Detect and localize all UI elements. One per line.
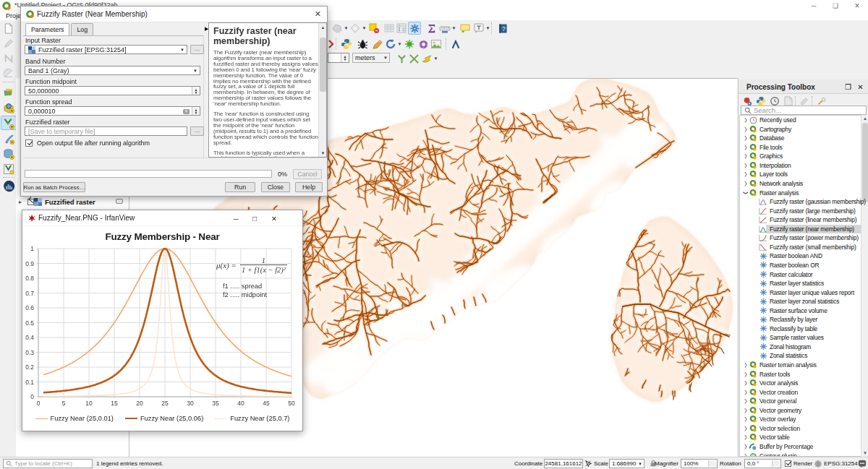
coordinate-input[interactable]: 24581,161612: [544, 459, 583, 468]
scale-combo[interactable]: 1:686990▼: [609, 459, 644, 468]
spin-buttons-icon[interactable]: ▲▼: [192, 87, 200, 95]
text-annotation-icon[interactable]: [472, 22, 485, 35]
help-icon[interactable]: ?: [496, 22, 509, 35]
render-checkbox[interactable]: [785, 460, 791, 467]
open-output-checkbox[interactable]: [25, 139, 33, 147]
help-scrollbar[interactable]: ▲ ▼: [318, 23, 326, 157]
locate-input[interactable]: Type to locate (Ctrl+K): [3, 459, 93, 468]
tree-item-vector-selection[interactable]: ❯Vector selection: [743, 424, 864, 433]
tracing-icon-dropdown-icon[interactable]: ▼: [433, 52, 438, 65]
spread-spinbox[interactable]: 0,000010 ✕ ▲▼: [25, 106, 200, 116]
tree-item-fuzzify-raster-gaussian-membership-[interactable]: Fuzzify raster (gaussian membership): [753, 197, 868, 206]
toolbox-search[interactable]: Search...: [741, 106, 867, 115]
tree-item-vector-overlay[interactable]: ❯Vector overlay: [743, 415, 864, 423]
close-icon[interactable]: ✕: [264, 210, 284, 226]
tree-item-zonal-histogram[interactable]: Zonal histogram: [753, 343, 868, 351]
tree-item-fuzzify-raster-near-membership-[interactable]: Fuzzify raster (near membership): [753, 225, 868, 233]
snapping-tolerance-spin[interactable]: ▲▼: [328, 53, 349, 63]
new-geopackage-icon[interactable]: [2, 101, 15, 114]
lambda-icon[interactable]: [449, 38, 462, 51]
tree-item-buffer-by-percentage[interactable]: ❯Buffer by Percentage: [743, 442, 864, 451]
expander-icon[interactable]: ❯: [743, 434, 749, 440]
minimize-icon[interactable]: ─: [226, 210, 246, 226]
select-features-icon[interactable]: [331, 22, 344, 35]
output-browse-button[interactable]: …: [190, 126, 204, 136]
rotation-spin[interactable]: 0,0 °: [744, 459, 781, 468]
tree-item-network-analysis[interactable]: ❯Network analysis: [743, 179, 864, 188]
refresh-icon-dropdown-icon[interactable]: ▼: [397, 38, 402, 51]
expander-icon[interactable]: ❯: [743, 153, 749, 159]
clear-value-icon[interactable]: ✕: [183, 109, 190, 114]
restore-button[interactable]: ❏: [825, 0, 846, 12]
expander-icon[interactable]: ❯: [743, 408, 749, 413]
tree-item-raster-layer-statistics[interactable]: Raster layer statistics: [753, 279, 868, 288]
scrollbar-thumb[interactable]: [862, 123, 868, 202]
snapping-self-icon[interactable]: [395, 52, 408, 65]
expander-icon[interactable]: ❯: [743, 181, 749, 186]
help-button[interactable]: Help: [295, 182, 323, 192]
run-as-batch-button[interactable]: Run as Batch Process…: [23, 182, 85, 192]
toolbox-float-button[interactable]: ❐: [843, 82, 853, 92]
spin-buttons-icon[interactable]: ▲▼: [192, 107, 200, 115]
scroll-up-icon[interactable]: ▲: [319, 23, 327, 31]
snapping-intersection-icon[interactable]: [407, 52, 420, 65]
expander-icon[interactable]: ❯: [743, 135, 749, 141]
debug-bug-icon[interactable]: [356, 38, 369, 51]
datasource-manager-icon[interactable]: [2, 85, 15, 98]
tree-item-fuzzify-raster-small-membership-[interactable]: Fuzzify raster (small membership): [753, 243, 868, 251]
deselect-icon[interactable]: [349, 22, 362, 35]
scrollbar-thumb[interactable]: [320, 38, 326, 92]
histogram-icon[interactable]: [2, 179, 15, 192]
tree-item-recently-used[interactable]: ❯Recently used: [743, 116, 864, 124]
attribute-table-icon[interactable]: [383, 22, 396, 35]
scroll-down-icon[interactable]: ▼: [861, 449, 868, 457]
spin-buttons-icon[interactable]: ▲▼: [341, 53, 349, 62]
expander-icon[interactable]: ❯: [743, 117, 749, 123]
deselect-icon-dropdown-icon[interactable]: ▼: [362, 22, 367, 35]
tree-item-file-tools[interactable]: ❯File tools: [743, 143, 864, 152]
tree-item-raster-boolean-or[interactable]: Raster boolean OR: [753, 261, 868, 270]
tree-item-vector-analysis[interactable]: ❯Vector analysis: [743, 379, 864, 387]
expander-icon[interactable]: ❯: [743, 362, 749, 368]
minimize-button[interactable]: ─: [803, 0, 825, 12]
tree-item-cartography[interactable]: ❯Cartography: [743, 125, 864, 134]
toolbox-close-button[interactable]: ✕: [856, 82, 865, 92]
messages-icon[interactable]: [857, 459, 867, 468]
scroll-up-icon[interactable]: ▲: [861, 115, 868, 122]
band-combo[interactable]: Band 1 (Gray) ▼: [25, 66, 200, 75]
tree-item-reclassify-by-layer[interactable]: Reclassify by layer: [753, 315, 868, 324]
field-calculator-icon[interactable]: [395, 22, 408, 35]
measure-icon-dropdown-icon[interactable]: ▼: [451, 22, 456, 35]
expander-icon[interactable]: ❯: [743, 145, 749, 150]
tree-item-layer-tools[interactable]: ❯Layer tools: [743, 170, 864, 178]
tree-item-vector-general[interactable]: ❯Vector general: [743, 397, 864, 405]
tree-item-raster-boolean-and[interactable]: Raster boolean AND: [753, 251, 868, 260]
tree-item-raster-terrain-analysis[interactable]: ❯Raster terrain analysis: [743, 361, 864, 369]
python-console-icon[interactable]: [340, 38, 353, 51]
tree-item-interpolation[interactable]: ❯Interpolation: [743, 161, 864, 170]
tree-item-fuzzify-raster-power-membership-[interactable]: Fuzzify raster (power membership): [753, 233, 868, 242]
expander-icon[interactable]: ❯: [743, 380, 749, 386]
tree-item-graphics[interactable]: ❯Graphics: [743, 152, 864, 160]
statistics-sigma-icon[interactable]: [425, 22, 438, 35]
layer-indicator-icon[interactable]: [116, 199, 123, 204]
new-virtual-layer-icon[interactable]: [2, 163, 15, 176]
tab-parameters[interactable]: Parameters: [25, 23, 69, 35]
expander-icon[interactable]: ❯: [743, 163, 749, 168]
grass-icon[interactable]: [403, 38, 416, 51]
tree-item-raster-calculator[interactable]: Raster calculator: [753, 270, 868, 278]
close-button[interactable]: ✕: [846, 0, 868, 12]
tree-item-raster-analysis[interactable]: ❯Raster analysis: [743, 188, 864, 197]
select-features-icon-dropdown-icon[interactable]: ▼: [344, 22, 349, 35]
new-db-icon[interactable]: [2, 147, 15, 160]
dialog-close-icon[interactable]: ✕: [315, 9, 321, 19]
expander-icon[interactable]: ❯: [743, 416, 749, 422]
tree-item-reclassify-by-table[interactable]: Reclassify by table: [753, 324, 868, 333]
new-gpx-icon[interactable]: [2, 132, 15, 145]
tree-item-sample-raster-values[interactable]: Sample raster values: [753, 333, 868, 342]
input-raster-browse-button[interactable]: …: [190, 45, 204, 54]
tree-item-database[interactable]: ❯Database: [743, 134, 864, 142]
close-button[interactable]: Close: [261, 182, 290, 192]
osgeo-pen-icon[interactable]: [370, 38, 383, 51]
expander-icon[interactable]: ❯: [743, 444, 749, 449]
